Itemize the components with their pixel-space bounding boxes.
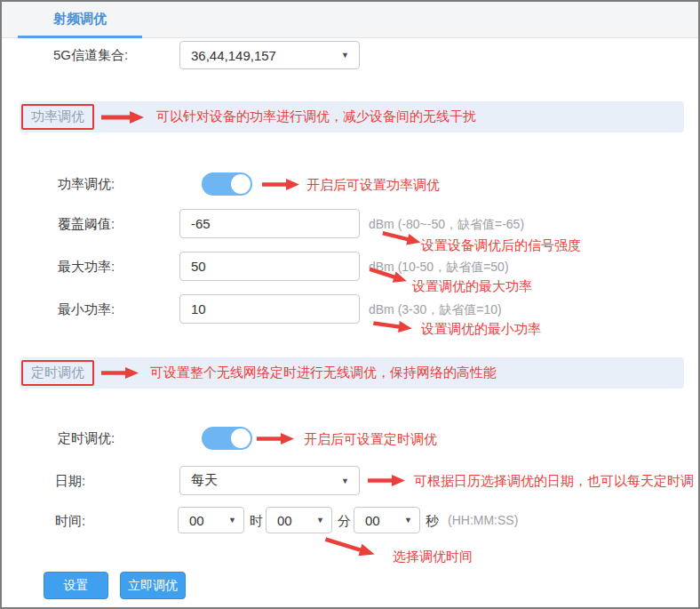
power-tuning-toggle[interactable] — [202, 172, 252, 196]
hour-select[interactable]: 00 ▼ — [178, 507, 244, 533]
time-annotation: 选择调优时间 — [393, 549, 473, 565]
tab-bar: 射频调优 — [2, 2, 698, 38]
channel-set-value: 36,44,149,157 — [180, 48, 341, 63]
coverage-threshold-label: 覆盖阈值: — [58, 216, 115, 233]
max-power-input[interactable] — [179, 252, 360, 281]
time-label: 时间: — [55, 513, 85, 530]
chevron-down-icon: ▼ — [404, 516, 419, 525]
channel-set-select[interactable]: 36,44,149,157 ▼ — [179, 41, 360, 69]
schedule-section-annotation: 可设置整个无线网络定时进行无线调优，保持网络的高性能 — [150, 365, 497, 381]
hour-value: 00 — [179, 513, 228, 528]
schedule-section-title: 定时调优 — [21, 360, 94, 386]
time-format-hint: (HH:MM:SS) — [448, 513, 518, 527]
tab-rf-tuning[interactable]: 射频调优 — [18, 2, 142, 38]
coverage-threshold-annotation: 设置设备调优后的信号强度 — [421, 237, 581, 254]
power-toggle-label: 功率调优: — [58, 176, 115, 193]
chevron-down-icon: ▼ — [316, 516, 331, 525]
schedule-toggle-label: 定时调优: — [58, 430, 115, 447]
time-hour-unit: 时 — [250, 513, 263, 530]
toggle-knob — [231, 174, 251, 194]
apply-button[interactable]: 设置 — [44, 572, 108, 599]
tune-now-button[interactable]: 立即调优 — [120, 572, 186, 599]
time-second-unit: 秒 — [426, 513, 439, 530]
annotation-arrow-icon — [372, 317, 413, 335]
channel-set-label: 5G信道集合: — [53, 47, 128, 64]
date-select[interactable]: 每天 ▼ — [179, 466, 360, 495]
min-power-label: 最小功率: — [58, 301, 115, 318]
chevron-down-icon: ▼ — [341, 477, 359, 485]
annotation-arrow-icon — [101, 110, 144, 124]
power-section-title: 功率调优 — [21, 104, 94, 130]
coverage-threshold-input[interactable] — [179, 209, 360, 238]
annotation-arrow-icon — [323, 533, 377, 561]
toggle-knob — [231, 429, 251, 448]
annotation-arrow-icon — [257, 432, 294, 445]
min-power-input[interactable] — [179, 294, 360, 324]
minute-value: 00 — [266, 513, 316, 528]
second-value: 00 — [354, 513, 404, 528]
date-annotation: 可根据日历选择调优的日期，也可以每天定时调 — [414, 473, 694, 490]
max-power-annotation: 设置调优的最大功率 — [412, 278, 532, 295]
power-section-annotation: 可以针对设备的功率进行调优，减少设备间的无线干扰 — [156, 108, 476, 125]
minute-select[interactable]: 00 ▼ — [266, 507, 332, 533]
rf-tuning-page: 射频调优 5G信道集合: 36,44,149,157 ▼ 功率调优 可以针对设备… — [0, 0, 700, 609]
power-toggle-annotation: 开启后可设置功率调优 — [306, 177, 440, 194]
schedule-toggle-annotation: 开启后可设置定时调优 — [304, 431, 437, 448]
schedule-section-header: 定时调优 可设置整个无线网络定时进行无线调优，保持网络的高性能 — [20, 357, 684, 389]
date-label: 日期: — [55, 473, 85, 490]
schedule-tuning-toggle[interactable] — [202, 427, 252, 450]
date-value: 每天 — [180, 472, 341, 489]
annotation-arrow-icon — [368, 474, 405, 487]
annotation-arrow-icon — [262, 178, 299, 191]
time-minute-unit: 分 — [338, 513, 351, 530]
min-power-hint: dBm (3-30，缺省值=10) — [369, 302, 502, 318]
chevron-down-icon: ▼ — [341, 51, 359, 60]
chevron-down-icon: ▼ — [228, 516, 243, 525]
annotation-arrow-icon — [101, 366, 139, 380]
power-section-header: 功率调优 可以针对设备的功率进行调优，减少设备间的无线干扰 — [20, 101, 684, 132]
min-power-annotation: 设置调优的最小功率 — [421, 321, 541, 338]
max-power-label: 最大功率: — [58, 259, 115, 276]
second-select[interactable]: 00 ▼ — [354, 507, 420, 533]
